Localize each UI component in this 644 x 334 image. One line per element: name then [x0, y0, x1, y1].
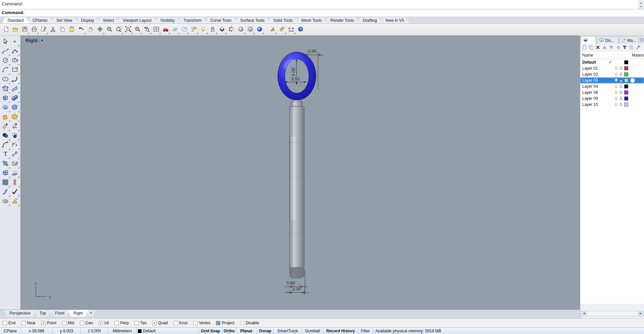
- command-history[interactable]: Command: ▲ ▼: [0, 0, 644, 9]
- save-button[interactable]: [20, 25, 29, 34]
- layer-lock-icon[interactable]: [619, 96, 623, 101]
- array-tool[interactable]: [1, 178, 10, 187]
- toolbar-tab-set-view[interactable]: Set View: [51, 17, 77, 23]
- viewport-canvas[interactable]: 0.95 4.00 3.50 0.60: [21, 36, 580, 310]
- layer-row-layer-09[interactable]: Layer 09: [580, 95, 644, 102]
- move-tool[interactable]: [10, 150, 19, 159]
- layer-color-swatch[interactable]: [624, 103, 628, 107]
- pan-button[interactable]: [86, 25, 95, 34]
- osnap-project[interactable]: Project: [216, 321, 234, 325]
- flyout-triangle-icon[interactable]: [253, 32, 255, 34]
- toolbar-tab-new-in-v5[interactable]: New in V5: [380, 17, 410, 23]
- render-preview-button[interactable]: [268, 25, 277, 34]
- undo-button[interactable]: [77, 25, 86, 34]
- layer-row-layer-04[interactable]: Layer 04: [580, 83, 644, 89]
- duplicate-layer-button[interactable]: [588, 45, 594, 51]
- new-document-button[interactable]: [2, 25, 10, 34]
- layer-name[interactable]: Layer 08: [582, 90, 598, 95]
- flyout-triangle-icon[interactable]: [284, 32, 286, 34]
- surface-points-tool[interactable]: [1, 84, 10, 93]
- open-file-button[interactable]: [11, 25, 20, 34]
- flyout-triangle-icon[interactable]: [187, 32, 189, 34]
- viewport-title-dropdown-icon[interactable]: ▼: [39, 38, 44, 43]
- flyout-triangle-icon[interactable]: [206, 32, 208, 34]
- viewport-tab-right[interactable]: Right: [68, 310, 88, 317]
- status-cplane[interactable]: CPlane: [0, 328, 21, 334]
- layer-lock-icon[interactable]: [619, 66, 623, 70]
- toolbar-tab-drafting[interactable]: Drafting: [358, 17, 382, 23]
- select-color-button[interactable]: [227, 25, 236, 34]
- layer-lock-icon[interactable]: [619, 72, 623, 76]
- flyout-triangle-icon[interactable]: [244, 32, 245, 34]
- layer-lock-icon[interactable]: [619, 78, 623, 82]
- array-linear-tool[interactable]: [10, 178, 19, 187]
- help-button[interactable]: ?: [296, 25, 305, 34]
- zoom-dynamic-button[interactable]: [105, 25, 114, 34]
- layer-material-sphere-icon[interactable]: [630, 78, 635, 83]
- status-default[interactable]: Default: [137, 328, 199, 334]
- status-millimeters[interactable]: Millimeters: [108, 328, 137, 334]
- surface-curved-tool[interactable]: [10, 84, 19, 93]
- osnap-perp-checkbox[interactable]: [114, 321, 119, 325]
- current-layer-swatch[interactable]: [138, 329, 142, 333]
- box-tool[interactable]: [1, 93, 10, 103]
- osnap-vertex[interactable]: Vertex: [193, 321, 210, 325]
- ellipse-tool[interactable]: [10, 56, 19, 65]
- layer-color-swatch[interactable]: [624, 78, 628, 82]
- command-prompt[interactable]: Command:: [0, 9, 644, 17]
- osnap-mid-checkbox[interactable]: [62, 321, 66, 325]
- panel-options-gear-icon[interactable]: [639, 37, 644, 43]
- mirror-tool[interactable]: [10, 159, 19, 169]
- viewport-tab-perspective[interactable]: Perspective: [4, 310, 36, 317]
- toolbar-tab-standard[interactable]: Standard: [2, 17, 29, 23]
- viewport-tab-front[interactable]: Front: [50, 310, 70, 317]
- flyout-triangle-icon[interactable]: [150, 32, 151, 34]
- flyout-triangle-icon[interactable]: [131, 32, 132, 34]
- rotate-view-button[interactable]: [96, 25, 104, 34]
- layer-lock-icon[interactable]: [619, 102, 623, 107]
- extract-puzzle-tool[interactable]: [1, 112, 10, 122]
- status-planar[interactable]: Planar: [236, 328, 257, 334]
- osnap-perp[interactable]: Perp: [114, 321, 128, 325]
- osnap-knot-checkbox[interactable]: [174, 321, 178, 325]
- layer-name[interactable]: Layer 01: [582, 66, 598, 71]
- layer-row-layer-02[interactable]: Layer 02: [580, 71, 644, 77]
- viewport-right[interactable]: 0.95 4.00 3.50 0.60: [21, 36, 580, 310]
- split-tool[interactable]: [10, 122, 19, 131]
- viewport-tab-top[interactable]: Top: [34, 310, 51, 317]
- status-gumball[interactable]: Gumball: [302, 328, 323, 334]
- osnap-cen-checkbox[interactable]: [80, 321, 84, 325]
- curve-interpolate-tool[interactable]: [10, 47, 19, 56]
- layer-name[interactable]: Default: [582, 60, 596, 65]
- flyout-triangle-icon[interactable]: [121, 32, 123, 34]
- status-z-0-000[interactable]: z 0.000: [81, 328, 108, 334]
- panel-tab-materials[interactable]: Ma...: [619, 37, 639, 44]
- layer-color-swatch[interactable]: [624, 72, 628, 76]
- solid-tools-tool[interactable]: [1, 169, 10, 178]
- point-tool[interactable]: [10, 37, 19, 47]
- flyout-triangle-icon[interactable]: [84, 32, 86, 34]
- layer-color-swatch[interactable]: [624, 84, 628, 88]
- copy-button[interactable]: [58, 25, 67, 34]
- layer-name[interactable]: Layer 09: [582, 96, 598, 101]
- flyout-triangle-icon[interactable]: [18, 204, 19, 206]
- toolbar-tab-curve-tools[interactable]: Curve Tools: [205, 17, 237, 23]
- print-button[interactable]: [30, 25, 39, 34]
- osnap-mid[interactable]: Mid: [62, 321, 74, 325]
- layer-row-layer-01[interactable]: Layer 01: [580, 65, 644, 71]
- lock-objects-button[interactable]: [208, 25, 217, 34]
- undo-view-button[interactable]: [143, 25, 151, 34]
- layer-visibility-bulb-icon[interactable]: [614, 90, 619, 95]
- osnap-point[interactable]: Point: [41, 321, 56, 325]
- panel-tab-layers[interactable]: [581, 36, 596, 44]
- flyout-triangle-icon[interactable]: [140, 32, 142, 34]
- toolbar-tab-mesh-tools[interactable]: Mesh Tools: [296, 17, 327, 23]
- layer-color-swatch[interactable]: [624, 90, 628, 94]
- layer-name[interactable]: Layer 04: [582, 84, 598, 89]
- rectangle-tool[interactable]: [10, 65, 19, 75]
- edit-notes-button[interactable]: [39, 25, 48, 34]
- osnap-end[interactable]: End: [3, 321, 15, 325]
- polygon-tool[interactable]: [1, 75, 10, 84]
- cut-button[interactable]: [49, 25, 57, 34]
- named-views-button[interactable]: [161, 25, 170, 34]
